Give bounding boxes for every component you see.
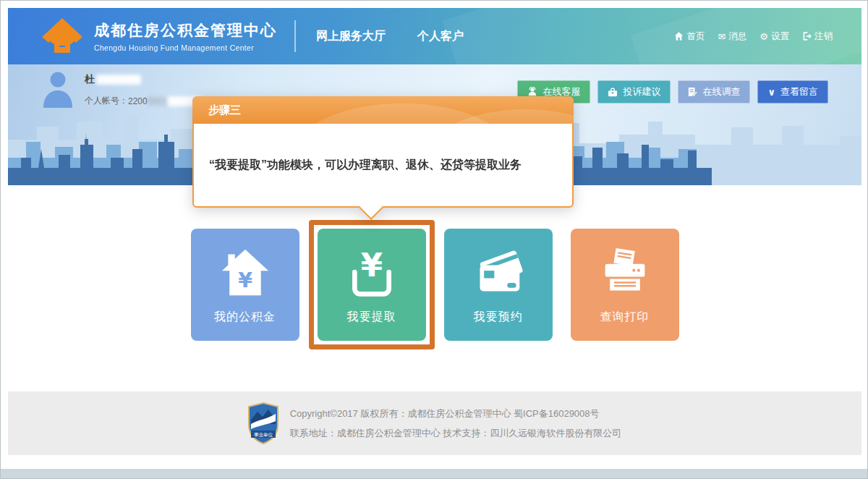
account-digits: 2200 [128, 96, 148, 106]
menu-item-messages[interactable]: ✉ 消息 [718, 30, 746, 43]
logout-icon [802, 32, 812, 41]
page-footer: 事业单位 Copyright©2017 版权所有：成都住房公积金管理中心 蜀IC… [8, 391, 861, 455]
tile-label: 查询打印 [571, 310, 679, 325]
menu-label-logout: 注销 [814, 30, 833, 43]
tile-label: 我要预约 [444, 310, 553, 325]
footer-text-block: Copyright©2017 版权所有：成都住房公积金管理中心 蜀ICP备160… [290, 404, 622, 443]
view-messages-label: 查看留言 [780, 85, 818, 98]
tile-withdraw[interactable]: ¥ 我要提取 [318, 229, 426, 341]
chevron-down-icon: ∨ [767, 87, 775, 98]
menu-item-settings[interactable]: ⚙ 设置 [760, 30, 789, 43]
complaints-suggestions-label: 投诉建议 [623, 85, 660, 98]
user-name-visible: 杜 [85, 73, 95, 86]
tile-row: ¥ 我的公积金 ¥ 我要提取 [8, 185, 861, 341]
withdraw-yuan-icon: ¥ [318, 247, 426, 302]
svg-text:事业单位: 事业单位 [254, 432, 273, 438]
tutorial-tooltip: 步骤三 “我要提取”功能模块，可以办理离职、退休、还贷等提取业务 [192, 96, 574, 208]
user-account: 个人帐号： 2200 5021 [85, 95, 203, 107]
tile-my-fund[interactable]: ¥ 我的公积金 [191, 229, 299, 341]
tutorial-highlight-border: ¥ 我要提取 [309, 220, 435, 349]
tile-label: 我的公积金 [191, 310, 299, 325]
customer-service-icon [527, 87, 537, 97]
site-title: 成都住房公积金管理中心 [94, 20, 277, 41]
account-label: 个人帐号： [85, 95, 128, 107]
menu-item-logout[interactable]: 注销 [802, 30, 833, 43]
menu-label-messages: 消息 [728, 30, 746, 43]
tooltip-body: “我要提取”功能模块，可以办理离职、退休、还贷等提取业务 [192, 124, 574, 208]
account-digits-blurred: 5021 [148, 96, 167, 106]
site-logo-house-icon [41, 17, 84, 56]
menu-item-home[interactable]: 首页 [674, 30, 705, 43]
tooltip-text: “我要提取”功能模块，可以办理离职、退休、还贷等提取业务 [209, 158, 522, 173]
online-survey-label: 在线调查 [702, 85, 740, 98]
menu-label-settings: 设置 [771, 30, 789, 43]
site-title-block: 成都住房公积金管理中心 Chengdu Housing Fund Managem… [94, 20, 277, 52]
contact-line: 联系地址：成都住房公积金管理中心 技术支持：四川久远银海软件股份有限公司 [290, 423, 622, 443]
copyright-line: Copyright©2017 版权所有：成都住房公积金管理中心 蜀ICP备160… [290, 404, 622, 423]
main-content: ¥ 我的公积金 ¥ 我要提取 [8, 185, 861, 391]
user-avatar-icon [41, 70, 75, 108]
bottom-strip [1, 469, 867, 478]
nav-divider [294, 20, 296, 52]
tile-query-print[interactable]: 查询打印 [571, 229, 679, 341]
nav-item-service-hall[interactable]: 网上服务大厅 [316, 29, 386, 44]
user-name: 杜 [85, 73, 203, 86]
tile-appointment[interactable]: 我要预约 [444, 229, 553, 341]
online-survey-button[interactable]: 在线调查 [678, 80, 750, 103]
view-messages-button[interactable]: ∨ 查看留言 [757, 80, 828, 103]
tile-label: 我要提取 [318, 310, 426, 325]
printer-icon [571, 247, 679, 300]
public-institution-badge-icon[interactable]: 事业单位 [248, 402, 278, 444]
menu-label-home: 首页 [686, 30, 705, 43]
svg-text:¥: ¥ [238, 268, 252, 292]
user-info: 杜 个人帐号： 2200 5021 [41, 70, 203, 108]
bank-cards-icon [444, 247, 553, 300]
page: 成都住房公积金管理中心 Chengdu Housing Fund Managem… [0, 0, 868, 479]
privacy-blur [96, 75, 141, 85]
tooltip-step-title: 步骤三 [208, 103, 241, 116]
suggestion-box-icon [608, 88, 618, 97]
tooltip-header: 步骤三 [192, 96, 574, 124]
house-yuan-icon: ¥ [191, 247, 299, 301]
gear-icon: ⚙ [760, 32, 768, 41]
site-subtitle: Chengdu Housing Fund Management Center [94, 43, 277, 52]
top-menu: 首页 ✉ 消息 ⚙ 设置 注销 [674, 30, 833, 43]
complaints-suggestions-button[interactable]: 投诉建议 [597, 80, 671, 103]
home-icon [674, 32, 684, 41]
nav-item-personal-customer[interactable]: 个人客户 [417, 29, 464, 44]
svg-text:¥: ¥ [360, 247, 382, 284]
top-header: 成都住房公积金管理中心 Chengdu Housing Fund Managem… [8, 8, 861, 64]
mail-icon: ✉ [718, 32, 726, 41]
user-texts: 杜 个人帐号： 2200 5021 [85, 70, 203, 108]
survey-doc-icon [688, 87, 697, 97]
